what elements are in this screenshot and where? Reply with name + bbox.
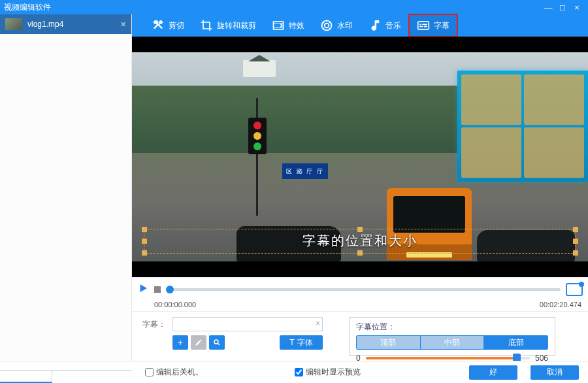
time-start: 00:00:00.000 — [154, 301, 196, 308]
title-bar: 视频编辑软件 — □ × — [0, 0, 588, 14]
svg-point-1 — [322, 21, 332, 31]
subtitle-icon — [417, 19, 430, 32]
svg-point-4 — [214, 340, 218, 344]
tool-music-label: 音乐 — [385, 20, 401, 31]
subtitle-position-panel: 字幕位置： 顶部 中部 底部 0 506 — [349, 317, 555, 356]
shutdown-checkbox[interactable] — [145, 368, 154, 376]
ok-button[interactable]: 好 — [469, 365, 517, 380]
scene-pole — [256, 98, 258, 216]
resize-handle-icon[interactable] — [573, 227, 578, 232]
tool-cut[interactable]: 剪切 — [144, 14, 192, 37]
shutdown-label: 编辑后关机。 — [156, 367, 203, 378]
effects-icon — [272, 19, 285, 32]
seek-knob-icon[interactable] — [166, 286, 174, 293]
edit-subtitle-button[interactable] — [191, 335, 206, 350]
tool-watermark-label: 水印 — [337, 20, 353, 31]
music-note-icon — [368, 19, 382, 32]
minimize-button[interactable]: — — [541, 3, 555, 12]
resize-handle-icon[interactable] — [357, 250, 363, 256]
position-middle-option[interactable]: 中部 — [421, 336, 485, 349]
file-sidebar: vlog1.mp4 × — [0, 14, 132, 361]
search-subtitle-button[interactable] — [209, 335, 225, 350]
shutdown-checkbox-group[interactable]: 编辑后关机。 — [145, 367, 203, 378]
position-top-option[interactable]: 顶部 — [357, 336, 421, 349]
font-icon: T — [289, 338, 294, 347]
tool-subtitle[interactable]: 字幕 — [409, 14, 457, 37]
maximize-button[interactable]: □ — [555, 3, 570, 12]
crop-icon — [200, 19, 213, 32]
tool-effects-label: 特效 — [289, 20, 304, 31]
tool-effects[interactable]: 特效 — [264, 14, 312, 37]
preview-checkbox[interactable] — [295, 368, 303, 376]
file-thumbnail — [5, 18, 22, 30]
position-slider[interactable] — [366, 357, 530, 359]
play-button[interactable] — [137, 282, 149, 296]
resize-handle-icon[interactable] — [573, 239, 578, 244]
tool-watermark[interactable]: 水印 — [312, 14, 361, 37]
tool-cut-label: 剪切 — [169, 20, 184, 31]
subtitle-text-input[interactable] — [172, 317, 323, 331]
footer-bar: 编辑后关机。 编辑时显示预览 好 取消 — [0, 361, 588, 383]
scene-billboard — [457, 71, 588, 182]
resize-handle-icon[interactable] — [357, 227, 363, 232]
resize-handle-icon[interactable] — [142, 227, 147, 232]
preview-checkbox-group[interactable]: 编辑时显示预览 — [295, 367, 361, 378]
file-list-item[interactable]: vlog1.mp4 × — [0, 14, 131, 34]
close-window-button[interactable]: × — [570, 3, 584, 12]
tool-toolbar: 剪切 旋转和裁剪 特效 水印 音乐 字幕 — [132, 14, 588, 37]
stop-button[interactable] — [154, 286, 161, 293]
time-end: 00:02:20.474 — [540, 301, 581, 308]
file-name-label: vlog1.mp4 — [27, 20, 63, 29]
position-title: 字幕位置： — [356, 322, 548, 333]
tool-music[interactable]: 音乐 — [361, 14, 409, 37]
snapshot-button[interactable] — [566, 283, 583, 296]
resize-handle-icon[interactable] — [142, 250, 147, 256]
video-preview-area: 区 路 厅 厅 字幕的位置和大小 — [132, 37, 588, 277]
app-title: 视频编辑软件 — [4, 2, 51, 13]
add-subtitle-button[interactable]: + — [172, 335, 188, 350]
bottom-tab[interactable] — [0, 371, 52, 383]
subtitle-settings-panel: 字幕： × + T 字体 — [132, 311, 588, 361]
clear-input-button[interactable]: × — [316, 319, 320, 328]
tool-rotate-crop[interactable]: 旋转和裁剪 — [192, 14, 264, 37]
tool-subtitle-label: 字幕 — [434, 20, 449, 31]
position-segmented-control: 顶部 中部 底部 — [356, 335, 548, 350]
scene-castle — [243, 60, 276, 77]
scissors-icon — [152, 19, 165, 32]
video-frame[interactable]: 区 路 厅 厅 字幕的位置和大小 — [132, 52, 588, 261]
resize-handle-icon[interactable] — [142, 239, 147, 244]
playback-bar — [132, 277, 588, 301]
bottom-tab-strip — [0, 370, 132, 383]
resize-handle-icon[interactable] — [573, 250, 578, 256]
cancel-button[interactable]: 取消 — [531, 365, 579, 380]
slider-fill — [366, 357, 517, 359]
seek-track[interactable] — [166, 288, 561, 291]
font-button-label: 字体 — [297, 337, 313, 348]
watermark-icon — [320, 19, 333, 32]
font-button[interactable]: T 字体 — [280, 335, 323, 350]
position-bottom-option[interactable]: 底部 — [484, 336, 547, 349]
scene-sign: 区 路 厅 厅 — [282, 163, 328, 179]
tool-rotate-label: 旋转和裁剪 — [217, 20, 256, 31]
scene-traffic-light — [248, 118, 267, 154]
subtitle-input-label: 字幕： — [142, 317, 166, 330]
svg-point-2 — [325, 24, 329, 28]
preview-label: 编辑时显示预览 — [306, 367, 361, 378]
subtitle-bounding-box[interactable] — [144, 229, 576, 254]
remove-file-button[interactable]: × — [121, 19, 126, 29]
svg-rect-3 — [418, 22, 429, 29]
